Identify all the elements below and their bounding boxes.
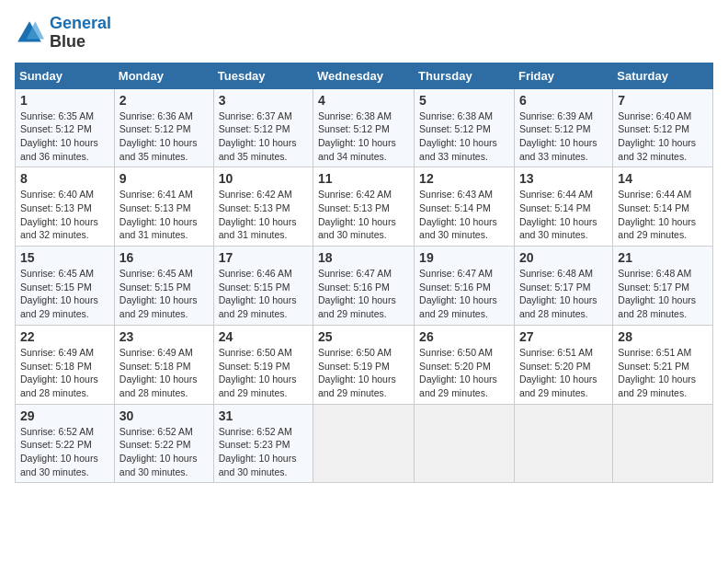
calendar-week-1: 1Sunrise: 6:35 AM Sunset: 5:12 PM Daylig… bbox=[16, 88, 713, 167]
calendar-cell: 30Sunrise: 6:52 AM Sunset: 5:22 PM Dayli… bbox=[114, 404, 213, 483]
calendar-week-2: 8Sunrise: 6:40 AM Sunset: 5:13 PM Daylig… bbox=[16, 167, 713, 247]
day-number: 12 bbox=[419, 171, 509, 186]
calendar-cell: 25Sunrise: 6:50 AM Sunset: 5:19 PM Dayli… bbox=[313, 325, 415, 404]
day-info: Sunrise: 6:52 AM Sunset: 5:23 PM Dayligh… bbox=[219, 425, 308, 479]
header-day-thursday: Thursday bbox=[415, 63, 515, 88]
calendar-body: 1Sunrise: 6:35 AM Sunset: 5:12 PM Daylig… bbox=[16, 88, 713, 483]
day-number: 11 bbox=[318, 171, 409, 186]
day-info: Sunrise: 6:44 AM Sunset: 5:14 PM Dayligh… bbox=[519, 188, 608, 242]
logo: General Blue bbox=[15, 15, 111, 52]
day-number: 23 bbox=[119, 329, 209, 344]
day-number: 16 bbox=[119, 250, 209, 265]
day-info: Sunrise: 6:41 AM Sunset: 5:13 PM Dayligh… bbox=[119, 188, 209, 242]
day-number: 29 bbox=[20, 408, 109, 423]
day-info: Sunrise: 6:39 AM Sunset: 5:12 PM Dayligh… bbox=[519, 109, 608, 164]
header-day-tuesday: Tuesday bbox=[213, 63, 313, 88]
day-number: 17 bbox=[219, 250, 308, 265]
day-info: Sunrise: 6:51 AM Sunset: 5:20 PM Dayligh… bbox=[519, 346, 608, 400]
day-number: 31 bbox=[219, 408, 308, 423]
calendar-cell: 8Sunrise: 6:40 AM Sunset: 5:13 PM Daylig… bbox=[16, 167, 115, 247]
day-info: Sunrise: 6:50 AM Sunset: 5:19 PM Dayligh… bbox=[318, 346, 409, 400]
calendar-cell: 5Sunrise: 6:38 AM Sunset: 5:12 PM Daylig… bbox=[415, 88, 515, 167]
day-number: 10 bbox=[219, 171, 308, 186]
day-info: Sunrise: 6:45 AM Sunset: 5:15 PM Dayligh… bbox=[119, 267, 209, 321]
day-info: Sunrise: 6:40 AM Sunset: 5:12 PM Dayligh… bbox=[618, 109, 708, 164]
header-day-wednesday: Wednesday bbox=[313, 63, 415, 88]
calendar-cell: 19Sunrise: 6:47 AM Sunset: 5:16 PM Dayli… bbox=[415, 247, 515, 326]
calendar-cell: 21Sunrise: 6:48 AM Sunset: 5:17 PM Dayli… bbox=[613, 247, 713, 326]
day-info: Sunrise: 6:47 AM Sunset: 5:16 PM Dayligh… bbox=[419, 267, 509, 321]
day-number: 7 bbox=[618, 93, 708, 108]
day-info: Sunrise: 6:38 AM Sunset: 5:12 PM Dayligh… bbox=[318, 109, 409, 164]
calendar-cell: 17Sunrise: 6:46 AM Sunset: 5:15 PM Dayli… bbox=[213, 247, 313, 326]
calendar-cell: 29Sunrise: 6:52 AM Sunset: 5:22 PM Dayli… bbox=[16, 404, 115, 483]
day-number: 15 bbox=[20, 250, 109, 265]
day-info: Sunrise: 6:42 AM Sunset: 5:13 PM Dayligh… bbox=[318, 188, 409, 242]
day-info: Sunrise: 6:37 AM Sunset: 5:12 PM Dayligh… bbox=[219, 109, 308, 164]
day-number: 3 bbox=[219, 93, 308, 108]
calendar-cell bbox=[415, 404, 515, 483]
day-info: Sunrise: 6:38 AM Sunset: 5:12 PM Dayligh… bbox=[419, 109, 509, 164]
logo-text: General Blue bbox=[50, 15, 111, 52]
header-day-friday: Friday bbox=[514, 63, 612, 88]
day-number: 22 bbox=[20, 329, 109, 344]
day-info: Sunrise: 6:45 AM Sunset: 5:15 PM Dayligh… bbox=[20, 267, 109, 321]
calendar-cell: 20Sunrise: 6:48 AM Sunset: 5:17 PM Dayli… bbox=[514, 247, 612, 326]
calendar-cell: 7Sunrise: 6:40 AM Sunset: 5:12 PM Daylig… bbox=[613, 88, 713, 167]
day-number: 8 bbox=[20, 171, 109, 186]
header-row: SundayMondayTuesdayWednesdayThursdayFrid… bbox=[16, 63, 713, 88]
day-info: Sunrise: 6:52 AM Sunset: 5:22 PM Dayligh… bbox=[119, 425, 209, 479]
day-number: 30 bbox=[119, 408, 209, 423]
calendar-cell: 4Sunrise: 6:38 AM Sunset: 5:12 PM Daylig… bbox=[313, 88, 415, 167]
calendar-cell: 6Sunrise: 6:39 AM Sunset: 5:12 PM Daylig… bbox=[514, 88, 612, 167]
day-number: 2 bbox=[119, 93, 209, 108]
day-info: Sunrise: 6:44 AM Sunset: 5:14 PM Dayligh… bbox=[618, 188, 708, 242]
day-number: 21 bbox=[618, 250, 708, 265]
calendar-cell: 1Sunrise: 6:35 AM Sunset: 5:12 PM Daylig… bbox=[16, 88, 115, 167]
day-info: Sunrise: 6:49 AM Sunset: 5:18 PM Dayligh… bbox=[119, 346, 209, 400]
day-number: 25 bbox=[318, 329, 409, 344]
calendar-table: SundayMondayTuesdayWednesdayThursdayFrid… bbox=[15, 63, 713, 484]
day-info: Sunrise: 6:49 AM Sunset: 5:18 PM Dayligh… bbox=[20, 346, 109, 400]
calendar-cell: 11Sunrise: 6:42 AM Sunset: 5:13 PM Dayli… bbox=[313, 167, 415, 247]
day-number: 6 bbox=[519, 93, 608, 108]
day-info: Sunrise: 6:52 AM Sunset: 5:22 PM Dayligh… bbox=[20, 425, 109, 479]
day-number: 27 bbox=[519, 329, 608, 344]
calendar-cell: 15Sunrise: 6:45 AM Sunset: 5:15 PM Dayli… bbox=[16, 247, 115, 326]
calendar-cell: 13Sunrise: 6:44 AM Sunset: 5:14 PM Dayli… bbox=[514, 167, 612, 247]
calendar-cell: 22Sunrise: 6:49 AM Sunset: 5:18 PM Dayli… bbox=[16, 325, 115, 404]
day-info: Sunrise: 6:35 AM Sunset: 5:12 PM Dayligh… bbox=[20, 109, 109, 164]
day-number: 4 bbox=[318, 93, 409, 108]
day-info: Sunrise: 6:50 AM Sunset: 5:19 PM Dayligh… bbox=[219, 346, 308, 400]
day-number: 18 bbox=[318, 250, 409, 265]
day-info: Sunrise: 6:47 AM Sunset: 5:16 PM Dayligh… bbox=[318, 267, 409, 321]
day-number: 13 bbox=[519, 171, 608, 186]
day-number: 5 bbox=[419, 93, 509, 108]
calendar-cell bbox=[514, 404, 612, 483]
calendar-header: SundayMondayTuesdayWednesdayThursdayFrid… bbox=[16, 63, 713, 88]
calendar-cell: 12Sunrise: 6:43 AM Sunset: 5:14 PM Dayli… bbox=[415, 167, 515, 247]
day-info: Sunrise: 6:48 AM Sunset: 5:17 PM Dayligh… bbox=[519, 267, 608, 321]
header-day-sunday: Sunday bbox=[16, 63, 115, 88]
day-number: 1 bbox=[20, 93, 109, 108]
day-number: 19 bbox=[419, 250, 509, 265]
day-number: 24 bbox=[219, 329, 308, 344]
calendar-cell: 3Sunrise: 6:37 AM Sunset: 5:12 PM Daylig… bbox=[213, 88, 313, 167]
day-number: 20 bbox=[519, 250, 608, 265]
calendar-cell: 10Sunrise: 6:42 AM Sunset: 5:13 PM Dayli… bbox=[213, 167, 313, 247]
calendar-cell: 28Sunrise: 6:51 AM Sunset: 5:21 PM Dayli… bbox=[613, 325, 713, 404]
header-day-saturday: Saturday bbox=[613, 63, 713, 88]
calendar-cell: 9Sunrise: 6:41 AM Sunset: 5:13 PM Daylig… bbox=[114, 167, 213, 247]
day-info: Sunrise: 6:42 AM Sunset: 5:13 PM Dayligh… bbox=[219, 188, 308, 242]
day-info: Sunrise: 6:51 AM Sunset: 5:21 PM Dayligh… bbox=[618, 346, 708, 400]
calendar-cell: 16Sunrise: 6:45 AM Sunset: 5:15 PM Dayli… bbox=[114, 247, 213, 326]
calendar-cell: 24Sunrise: 6:50 AM Sunset: 5:19 PM Dayli… bbox=[213, 325, 313, 404]
page-header: General Blue bbox=[15, 15, 713, 52]
calendar-cell: 14Sunrise: 6:44 AM Sunset: 5:14 PM Dayli… bbox=[613, 167, 713, 247]
calendar-week-4: 22Sunrise: 6:49 AM Sunset: 5:18 PM Dayli… bbox=[16, 325, 713, 404]
day-number: 9 bbox=[119, 171, 209, 186]
calendar-cell: 31Sunrise: 6:52 AM Sunset: 5:23 PM Dayli… bbox=[213, 404, 313, 483]
calendar-cell bbox=[313, 404, 415, 483]
calendar-cell: 27Sunrise: 6:51 AM Sunset: 5:20 PM Dayli… bbox=[514, 325, 612, 404]
day-info: Sunrise: 6:43 AM Sunset: 5:14 PM Dayligh… bbox=[419, 188, 509, 242]
